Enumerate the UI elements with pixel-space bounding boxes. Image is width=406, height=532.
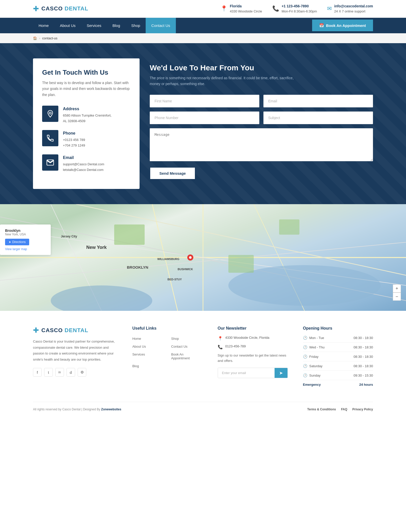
phone-icon (46, 134, 54, 142)
email-text: info@cascodental.com 24 X 7 online suppo… (334, 4, 373, 14)
footer-bottom: All rights reserved by Casco Dental | De… (33, 402, 373, 411)
top-bar: ✚ CASCO DENTAL 📍 Florida 4330 Woodside C… (0, 0, 406, 18)
footer-link-book[interactable]: Book An Appointment (171, 351, 202, 361)
map-pin-icon (46, 110, 54, 118)
clock-icon-1: 🕐 (303, 336, 307, 340)
terms-conditions-link[interactable]: Terms & Conditions (307, 408, 336, 411)
hours-day-saturday: 🕐 Saturday (303, 364, 323, 368)
email-item: Email support@Casco Dental.com letstalk@… (42, 154, 130, 173)
nav-shop[interactable]: Shop (126, 18, 146, 33)
address-title: Address (63, 107, 111, 111)
map-zoom-controls: + − (393, 284, 401, 301)
map-new-york-label: New York (86, 245, 107, 250)
contact-card-desc: The best way is to develop and follow a … (42, 80, 130, 98)
form-name-email-row (150, 95, 373, 107)
hours-time-saturday: 08:30 - 18:30 (353, 364, 373, 368)
email-text: Email support@Casco Dental.com letstalk@… (63, 154, 104, 173)
svg-point-7 (189, 256, 192, 259)
newsletter-phone-icon: 📞 (218, 345, 223, 349)
footer-logo[interactable]: ✚ CASCO DENTAL (33, 326, 117, 334)
phone-info: 📞 +1 123-456-7890 Mon-Fri 8:30am-6:30pm (272, 4, 317, 14)
social-other[interactable]: ⚙ (78, 368, 86, 377)
social-facebook[interactable]: f (33, 368, 42, 377)
newsletter-phone-text: 0123-456-789 (225, 344, 246, 348)
form-phone-subject-row (150, 111, 373, 124)
subject-input[interactable] (263, 111, 373, 124)
footer-link-shop[interactable]: Shop (171, 336, 202, 342)
nav-about[interactable]: About Us (54, 18, 81, 33)
useful-links-title: Useful Links (132, 326, 202, 331)
hours-day-wed-thu: 🕐 Wed - Thu (303, 345, 325, 349)
map-section: New York BROOKLYN Jersey City WILLIAMSBU… (0, 204, 406, 311)
email-icon: ✉ (327, 5, 332, 12)
hours-day-sunday: 🕐 Sunday (303, 373, 320, 377)
zoom-in-button[interactable]: + (393, 284, 401, 293)
view-larger-map-link[interactable]: View larger map (5, 247, 46, 251)
phone-input[interactable] (150, 111, 259, 124)
footer-brand-desc: Casco Dental is your trusted partner for… (33, 338, 117, 362)
nav-blog[interactable]: Blog (107, 18, 126, 33)
footer-link-about[interactable]: About Us (132, 344, 163, 349)
hours-saturday: 🕐 Saturday 08:30 - 18:30 (303, 364, 373, 371)
map-jersey-city-text: Jersey City (61, 235, 77, 238)
form-title: We'd Love To Hear From You (150, 63, 373, 72)
footer-copyright: All rights reserved by Casco Dental | De… (33, 408, 121, 411)
social-dribbble[interactable]: d (66, 368, 75, 377)
nav-services[interactable]: Services (81, 18, 107, 33)
nav-home[interactable]: Home (33, 18, 54, 33)
newsletter-phone: 📞 0123-456-789 (218, 344, 288, 349)
newsletter-email-input[interactable] (218, 368, 275, 378)
footer-link-contact[interactable]: Contact Us (171, 344, 202, 349)
map-directions-row: ➤ Directions (5, 239, 46, 245)
footer-bottom-links: Terms & Conditions FAQ Privacy Policy (307, 408, 373, 411)
footer-logo-text: CASCO DENTAL (41, 327, 88, 334)
map-bushwick-text: BUSHWICK (178, 268, 193, 271)
zoom-out-button[interactable]: − (393, 293, 401, 301)
designer-link[interactable]: Zonewebsites (101, 408, 121, 411)
logo-icon: ✚ (33, 5, 39, 13)
form-message-row (150, 128, 373, 162)
map-brooklyn-text: BROOKLYN (127, 265, 148, 269)
social-linkedin[interactable]: in (55, 368, 64, 377)
footer-logo-icon: ✚ (33, 326, 39, 334)
directions-button[interactable]: ➤ Directions (5, 239, 29, 245)
contact-card-title: Get In Touch With Us (42, 69, 130, 76)
footer-socials: f t in d ⚙ (33, 368, 117, 377)
contact-info-card: Get In Touch With Us The best way is to … (33, 58, 140, 189)
breadcrumb-home-link[interactable]: 🏠 (33, 36, 37, 40)
footer-brand: ✚ CASCO DENTAL Casco Dental is your trus… (33, 326, 117, 392)
footer-link-home[interactable]: Home (132, 336, 163, 342)
svg-rect-3 (114, 224, 145, 245)
faq-link[interactable]: FAQ (341, 408, 347, 411)
logo[interactable]: ✚ CASCO DENTAL (33, 5, 88, 13)
svg-rect-5 (279, 219, 299, 235)
location-info: 📍 Florida 4330 Woodside Circle (221, 4, 262, 14)
breadcrumb-sep: › (39, 36, 40, 40)
map-location-name: Brooklyn (5, 229, 46, 233)
footer-link-services[interactable]: Services (132, 351, 163, 361)
svg-rect-4 (228, 255, 254, 273)
phone-text: +1 123-456-7890 Mon-Fri 8:30am-6:30pm (282, 4, 317, 14)
logo-text: CASCO DENTAL (41, 5, 88, 12)
hours-emergency: Emergency 24 hours (303, 383, 373, 389)
social-twitter[interactable]: t (44, 368, 53, 377)
map-roads-svg (0, 204, 406, 311)
footer-link-blog[interactable]: Blog (132, 363, 163, 369)
privacy-policy-link[interactable]: Privacy Policy (352, 408, 373, 411)
address-item: Address 6580 Allison Turnpike Creminfort… (42, 106, 130, 124)
book-appointment-button[interactable]: 📅 Book An Appointment (312, 20, 373, 31)
message-input[interactable] (150, 128, 373, 161)
envelope-icon (46, 158, 54, 167)
map-container[interactable]: New York BROOKLYN Jersey City WILLIAMSBU… (0, 204, 406, 311)
map-bed-stuy-text: BED-STUY (167, 278, 182, 281)
email-input[interactable] (263, 95, 373, 107)
breadcrumb-current: contact-us (42, 36, 57, 40)
first-name-input[interactable] (150, 95, 259, 107)
footer-top: ✚ CASCO DENTAL Casco Dental is your trus… (33, 326, 373, 392)
navigation: Home About Us Services Blog Shop Contact… (0, 18, 406, 33)
hours-time-mon-tue: 08:30 - 18:30 (353, 336, 373, 340)
footer-useful-links: Useful Links Home Shop About Us Contact … (132, 326, 202, 392)
newsletter-submit-button[interactable]: ➤ (275, 368, 287, 378)
send-message-button[interactable]: Send Message (150, 167, 195, 180)
nav-contact[interactable]: Contact Us (146, 18, 176, 33)
